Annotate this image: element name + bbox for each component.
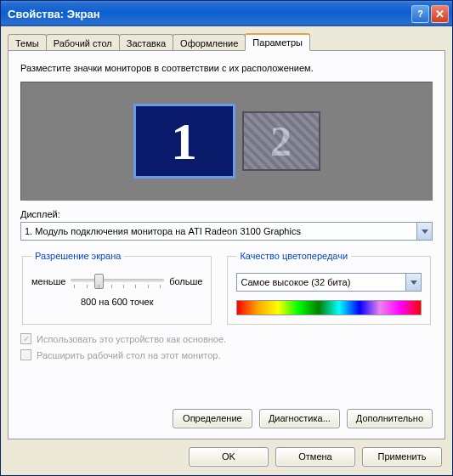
- checkbox-icon: [20, 349, 31, 360]
- display-select-value[interactable]: [20, 222, 417, 241]
- extend-desktop-checkbox: Расширить рабочий стол на этот монитор.: [20, 349, 433, 360]
- monitor-arrange-area[interactable]: 1 2: [20, 82, 433, 201]
- resolution-value: 800 на 600 точек: [31, 297, 202, 307]
- color-quality-group: Качество цветопередачи: [227, 251, 431, 325]
- extend-desktop-label: Расширить рабочий стол на этот монитор.: [37, 350, 221, 360]
- resolution-legend: Разрешение экрана: [31, 251, 124, 261]
- apply-button[interactable]: Применить: [362, 447, 442, 467]
- color-quality-select[interactable]: [236, 273, 422, 292]
- identify-button[interactable]: Определение: [173, 409, 252, 428]
- arrange-instruction: Разместите значки мониторов в соответств…: [20, 63, 433, 73]
- resolution-slider[interactable]: [71, 271, 164, 292]
- ok-button[interactable]: OK: [189, 447, 269, 467]
- display-label: Дисплей:: [20, 209, 433, 219]
- display-select[interactable]: [20, 222, 433, 241]
- tab-screensaver[interactable]: Заставка: [119, 34, 173, 51]
- chevron-down-icon: [411, 280, 417, 285]
- tab-themes[interactable]: Темы: [8, 34, 47, 51]
- checkbox-icon: ✓: [20, 333, 31, 344]
- color-spectrum-preview: [236, 300, 422, 315]
- tabstrip: Темы Рабочий стол Заставка Оформление Па…: [8, 34, 445, 51]
- resolution-group: Разрешение экрана меньше больше 800 на 6…: [22, 251, 212, 325]
- monitor-1-icon[interactable]: 1: [133, 104, 235, 178]
- resolution-less-label: меньше: [31, 276, 65, 286]
- tab-settings[interactable]: Параметры: [245, 33, 310, 51]
- advanced-button[interactable]: Дополнительно: [347, 409, 433, 428]
- tab-panel-settings: Разместите значки мониторов в соответств…: [8, 50, 445, 439]
- color-quality-legend: Качество цветопередачи: [236, 251, 351, 261]
- tab-appearance[interactable]: Оформление: [173, 34, 246, 51]
- primary-device-label: Использовать это устройство как основное…: [37, 334, 226, 344]
- window-title: Свойства: Экран: [8, 8, 411, 20]
- titlebar[interactable]: Свойства: Экран ? ✕: [1, 1, 452, 26]
- display-select-dropdown-button[interactable]: [417, 222, 433, 241]
- troubleshoot-button[interactable]: Диагностика...: [259, 409, 340, 428]
- color-quality-dropdown-button[interactable]: [406, 273, 422, 292]
- close-button[interactable]: ✕: [431, 5, 449, 23]
- resolution-more-label: больше: [169, 276, 202, 286]
- monitor-2-icon[interactable]: 2: [242, 111, 320, 171]
- cancel-button[interactable]: Отмена: [275, 447, 355, 467]
- help-button[interactable]: ?: [411, 5, 429, 23]
- display-properties-dialog: Свойства: Экран ? ✕ Темы Рабочий стол За…: [0, 0, 453, 476]
- tab-desktop[interactable]: Рабочий стол: [46, 34, 120, 51]
- chevron-down-icon: [422, 230, 428, 234]
- color-quality-value[interactable]: [236, 273, 406, 292]
- primary-device-checkbox: ✓ Использовать это устройство как основн…: [20, 333, 433, 344]
